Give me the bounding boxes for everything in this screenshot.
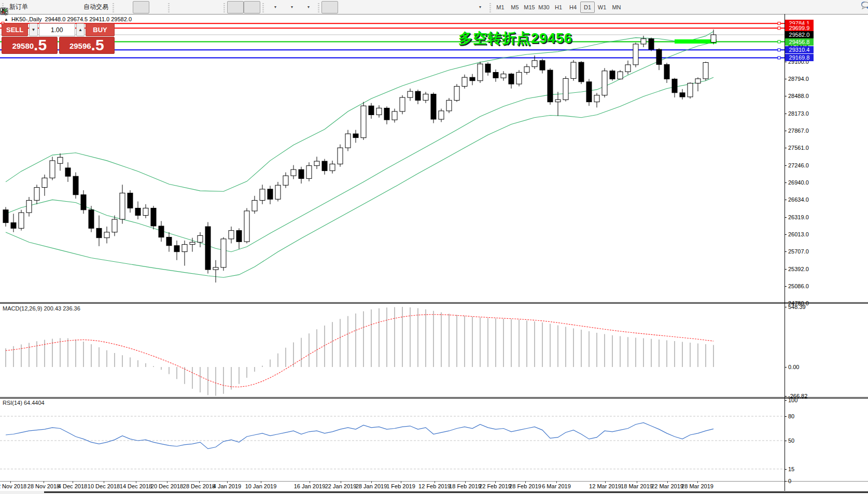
candle[interactable]	[182, 241, 187, 265]
candle[interactable]	[672, 78, 677, 97]
text-button[interactable]: A	[438, 1, 454, 13]
crayon-button[interactable]	[30, 1, 47, 13]
pane-separator[interactable]	[0, 397, 868, 398]
timeframe-h4-button[interactable]: H4	[566, 2, 580, 13]
indicator-line[interactable]	[6, 315, 713, 387]
candle[interactable]	[516, 70, 522, 86]
main-chart-pane[interactable]	[0, 13, 785, 302]
candle[interactable]	[633, 43, 638, 67]
new-chart-button[interactable]: ▾	[266, 1, 283, 13]
timeframe-m1-button[interactable]: M1	[493, 2, 508, 13]
candle[interactable]	[400, 95, 405, 115]
candle[interactable]	[345, 130, 351, 151]
candle[interactable]	[244, 208, 249, 244]
candle[interactable]	[65, 162, 71, 182]
line-chart-button[interactable]	[149, 1, 166, 13]
macd-pane[interactable]	[0, 303, 785, 397]
horizontal-scrollbar[interactable]	[44, 491, 868, 493]
candle[interactable]	[306, 162, 312, 181]
buy-button[interactable]: BUY	[86, 23, 115, 36]
candle[interactable]	[524, 64, 529, 75]
timeframe-mn-button[interactable]: MN	[609, 2, 624, 13]
line-handle[interactable]	[778, 22, 780, 25]
candle[interactable]	[81, 190, 86, 214]
candle[interactable]	[353, 130, 358, 143]
candle[interactable]	[128, 190, 133, 213]
candle[interactable]	[586, 79, 592, 106]
candle[interactable]	[361, 102, 366, 140]
candle[interactable]	[143, 204, 148, 218]
line-handle[interactable]	[778, 57, 780, 59]
candle[interactable]	[625, 61, 631, 75]
candle[interactable]	[369, 103, 374, 119]
candle[interactable]	[703, 62, 708, 81]
fibonacci-button[interactable]: F	[421, 1, 438, 13]
candle[interactable]	[166, 232, 172, 252]
candle[interactable]	[291, 165, 296, 179]
candle[interactable]	[96, 216, 102, 246]
candle[interactable]	[283, 173, 288, 188]
candle[interactable]	[555, 92, 561, 116]
candle[interactable]	[454, 84, 459, 102]
candle[interactable]	[439, 109, 444, 122]
candle[interactable]	[26, 197, 32, 217]
candle[interactable]	[338, 145, 343, 167]
candle[interactable]	[493, 69, 498, 82]
candle[interactable]	[376, 105, 382, 118]
bar-chart-button[interactable]	[116, 1, 133, 13]
chart-shift-button[interactable]	[244, 1, 260, 13]
chevron-down-icon[interactable]: ▾	[274, 5, 276, 9]
label-button[interactable]: T	[454, 1, 471, 13]
candle[interactable]	[89, 206, 94, 232]
candle[interactable]	[571, 60, 576, 81]
candle[interactable]	[664, 63, 669, 83]
zoom-out-button[interactable]	[188, 1, 205, 13]
timeframe-h1-button[interactable]: H1	[551, 2, 566, 13]
candle[interactable]	[563, 76, 568, 102]
candle[interactable]	[11, 214, 16, 232]
timeframe-m30-button[interactable]: M30	[537, 2, 551, 13]
tile-windows-button[interactable]	[205, 1, 221, 13]
timeframe-m15-button[interactable]: M15	[522, 2, 537, 13]
candle[interactable]	[618, 70, 623, 79]
candle[interactable]	[641, 36, 646, 47]
indicators-button[interactable]: ▾	[299, 1, 316, 13]
candle[interactable]	[229, 227, 234, 243]
candle[interactable]	[135, 202, 141, 220]
candle[interactable]	[695, 77, 701, 91]
candle[interactable]	[151, 206, 156, 229]
indicator-line[interactable]	[6, 32, 713, 191]
candle[interactable]	[322, 159, 327, 175]
trendline-button[interactable]	[388, 1, 404, 13]
indicator-line[interactable]	[6, 77, 713, 277]
timeframe-w1-button[interactable]: W1	[595, 2, 609, 13]
indicator-line[interactable]	[6, 423, 713, 449]
line-handle[interactable]	[778, 27, 780, 30]
chevron-down-icon[interactable]: ▾	[291, 5, 293, 9]
candle[interactable]	[73, 173, 78, 199]
candle[interactable]	[446, 98, 452, 113]
candle[interactable]	[174, 241, 179, 260]
sell-price[interactable]: 29580.5	[2, 37, 58, 54]
candle[interactable]	[540, 59, 545, 74]
candle[interactable]	[120, 185, 125, 223]
rsi-pane[interactable]	[0, 398, 785, 481]
candle[interactable]	[415, 90, 421, 104]
candle[interactable]	[462, 75, 467, 89]
volume-input[interactable]: 1.00	[39, 23, 75, 36]
candle[interactable]	[408, 89, 413, 101]
candle[interactable]	[260, 185, 265, 204]
line-handle[interactable]	[778, 49, 780, 51]
candle[interactable]	[431, 92, 436, 123]
hline-button[interactable]	[371, 1, 388, 13]
volume-increase-button[interactable]: ▲	[76, 23, 85, 36]
candle[interactable]	[330, 161, 335, 174]
candle[interactable]	[268, 186, 273, 204]
profiles-button[interactable]: ▾	[283, 1, 299, 13]
autotrading-button[interactable]: 自动交易	[80, 1, 110, 13]
candle[interactable]	[252, 196, 257, 214]
chevron-down-icon[interactable]: ▾	[307, 5, 310, 9]
chart-annotation-text[interactable]: 多空转折点29456	[458, 29, 572, 48]
candle[interactable]	[423, 92, 428, 103]
candle[interactable]	[478, 62, 483, 83]
